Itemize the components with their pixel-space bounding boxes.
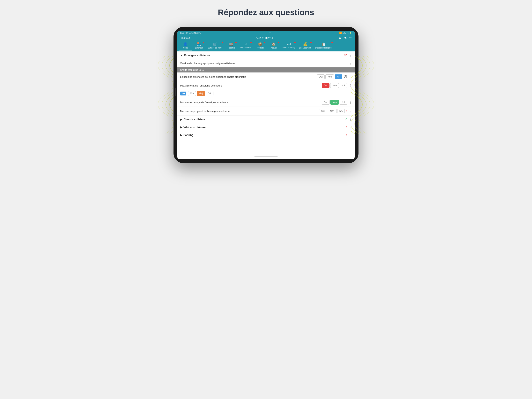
- q5-alert-badge: !: [346, 109, 347, 113]
- content-area: ▼ Enseigne extérieure NC ⋮ Version de ch…: [177, 51, 355, 154]
- page-title: Répondez aux questions: [218, 8, 314, 17]
- tab-audit[interactable]: 👤 Audit: [178, 41, 192, 51]
- btn-oui-3[interactable]: Oui: [322, 83, 330, 88]
- abords-status: C: [345, 118, 347, 121]
- section-abords: ▶ Abords extérieur C ⋮: [177, 116, 355, 123]
- question-row-1: Version de charte graphique enseigne ext…: [177, 59, 355, 67]
- accueil-badge: [278, 42, 279, 43]
- surface-icon: 🛒: [213, 42, 217, 46]
- btn-na-5[interactable]: NA: [337, 109, 345, 113]
- parking-badge: !: [346, 133, 347, 137]
- severity-btn-maj[interactable]: Maj: [197, 91, 205, 96]
- tab-merchandising[interactable]: 🏷 Merchandising: [281, 41, 297, 51]
- equipements-icon: 🖥: [244, 42, 247, 46]
- btn-non-5[interactable]: Non: [328, 109, 336, 113]
- tab-produits[interactable]: 📦 Produits: [253, 41, 267, 51]
- empty-space: [177, 139, 355, 154]
- btn-na-2[interactable]: NA: [335, 74, 342, 79]
- home-bar: [254, 156, 278, 157]
- answer-group-4: Oui Non NA: [322, 100, 347, 105]
- merchandising-icon: 🏷: [287, 42, 291, 46]
- vitrine-title[interactable]: ▶ Vitrine extérieure: [180, 126, 206, 129]
- severity-row-3: AD Min Maj Crit: [177, 90, 355, 98]
- btn-na-4[interactable]: NA: [340, 100, 347, 105]
- question-text-3: Mauvais état de l'enseigne extérieure: [180, 84, 322, 87]
- tab-exterieur[interactable]: 🏪 Extérieur: [192, 41, 206, 51]
- section-parking: ▶ Parking ! ⋮: [177, 131, 355, 139]
- question-row-4: Mauvais éclairage de l'enseigne extérieu…: [177, 98, 355, 107]
- tab-equipements[interactable]: 🖥 Equipements: [238, 41, 253, 51]
- status-time: 6:25 PM Lun. 23 janv.: [180, 32, 201, 34]
- merchandising-badge: [294, 42, 296, 43]
- question-actions-3: Oui Non NA ⋮: [322, 83, 352, 88]
- severity-group: Min Maj Crit: [188, 91, 213, 96]
- app-header: < Retour Audit Test 1 ↻ ⚗ ✏: [177, 35, 355, 41]
- equipements-badge: [250, 42, 252, 43]
- exterieur-badge: [203, 42, 204, 43]
- severity-badge-ad: AD: [180, 91, 186, 96]
- btn-oui-5[interactable]: Oui: [319, 109, 327, 113]
- question-actions-2: Oui Non NA 💬 ⋮: [317, 74, 352, 79]
- reserve-icon: 🏬: [229, 42, 234, 46]
- home-indicator: [177, 154, 355, 159]
- dispositions-badge: [331, 42, 333, 43]
- nav-tabs: 👤 Audit 🏪 Extérieur 🛒 Surface de vente 🏬…: [177, 41, 355, 51]
- header-actions: ↻ ⚗ ✏: [339, 36, 352, 40]
- surface-badge: [222, 42, 223, 43]
- btn-non-4[interactable]: Non: [330, 100, 339, 105]
- tab-encaissement[interactable]: 💰 Encaissement: [297, 41, 313, 51]
- severity-btn-min[interactable]: Min: [188, 91, 196, 96]
- status-battery: 📶 100 % 🔋: [339, 32, 352, 34]
- charte-header-row: Charte graphique 2010: [177, 67, 355, 72]
- answer-group-3: Oui Non NA: [322, 83, 347, 88]
- chevron-right-icon-abords: ▶: [180, 118, 182, 121]
- chevron-down-icon: ▼: [180, 54, 183, 57]
- severity-btn-crit[interactable]: Crit: [206, 91, 214, 96]
- status-bar: 6:25 PM Lun. 23 janv. ⋯ 📶 100 % 🔋: [177, 31, 355, 35]
- question-text-1: Version de charte graphique enseigne ext…: [180, 62, 349, 65]
- comment-icon-2[interactable]: 💬: [344, 75, 347, 78]
- tab-surface[interactable]: 🛒 Surface de vente: [206, 41, 225, 51]
- filter-icon[interactable]: ⚗: [344, 36, 347, 40]
- btn-oui-4[interactable]: Oui: [322, 100, 330, 105]
- decorative-waves-right: [351, 56, 374, 135]
- encaissement-icon: 💰: [303, 42, 307, 46]
- enseigne-status: NC: [344, 54, 347, 57]
- produits-icon: 📦: [258, 42, 262, 46]
- btn-non-3[interactable]: Non: [330, 83, 339, 88]
- tab-reserve[interactable]: 🏬 Réserve: [225, 41, 238, 51]
- question-actions-5: Oui Non NA ! ⋮: [319, 109, 352, 113]
- tab-accueil[interactable]: 🏠 Accueil: [267, 41, 281, 51]
- chevron-right-icon-vitrine: ▶: [180, 126, 182, 129]
- produits-badge: [264, 42, 266, 43]
- accueil-icon: 🏠: [272, 42, 276, 46]
- question-row-2: L'enseigne extérieure est à une ancienne…: [177, 72, 355, 81]
- ipad-screen: 6:25 PM Lun. 23 janv. ⋯ 📶 100 % 🔋 < Reto…: [177, 31, 355, 159]
- status-network: ⋯: [269, 32, 271, 34]
- exterieur-icon: 🏪: [197, 42, 201, 46]
- refresh-icon[interactable]: ↻: [339, 36, 341, 40]
- question-text-5: Manque de propreté de l'enseigne extérie…: [180, 110, 319, 113]
- question-text-4: Mauvais éclairage de l'enseigne extérieu…: [180, 101, 322, 104]
- section-enseigne: ▼ Enseigne extérieure NC ⋮: [177, 51, 355, 59]
- reserve-badge: [235, 42, 237, 43]
- tab-dispositions[interactable]: 📋 Dispositions légales: [313, 41, 334, 51]
- answer-group-5: Oui Non NA: [319, 109, 345, 113]
- enseigne-section-title[interactable]: ▼ Enseigne extérieure: [180, 54, 210, 57]
- btn-na-3[interactable]: NA: [340, 83, 347, 88]
- parking-title[interactable]: ▶ Parking: [180, 134, 193, 137]
- encaissement-badge: [310, 42, 312, 43]
- vitrine-badge: !: [346, 125, 347, 129]
- ipad-frame: 6:25 PM Lun. 23 janv. ⋯ 📶 100 % 🔋 < Reto…: [173, 27, 359, 163]
- section-vitrine: ▶ Vitrine extérieure ! ⋮: [177, 123, 355, 131]
- back-button[interactable]: < Retour: [180, 36, 190, 39]
- audit-icon: 👤: [183, 42, 188, 46]
- btn-oui-2[interactable]: Oui: [317, 74, 325, 79]
- abords-title[interactable]: ▶ Abords extérieur: [180, 118, 205, 121]
- chevron-right-icon-parking: ▶: [180, 134, 182, 137]
- btn-non-2[interactable]: Non: [325, 74, 334, 79]
- dispositions-icon: 📋: [322, 42, 326, 46]
- edit-icon[interactable]: ✏: [349, 36, 352, 40]
- question-actions-4: Oui Non NA ⋮: [322, 100, 352, 105]
- app-title: Audit Test 1: [255, 36, 273, 40]
